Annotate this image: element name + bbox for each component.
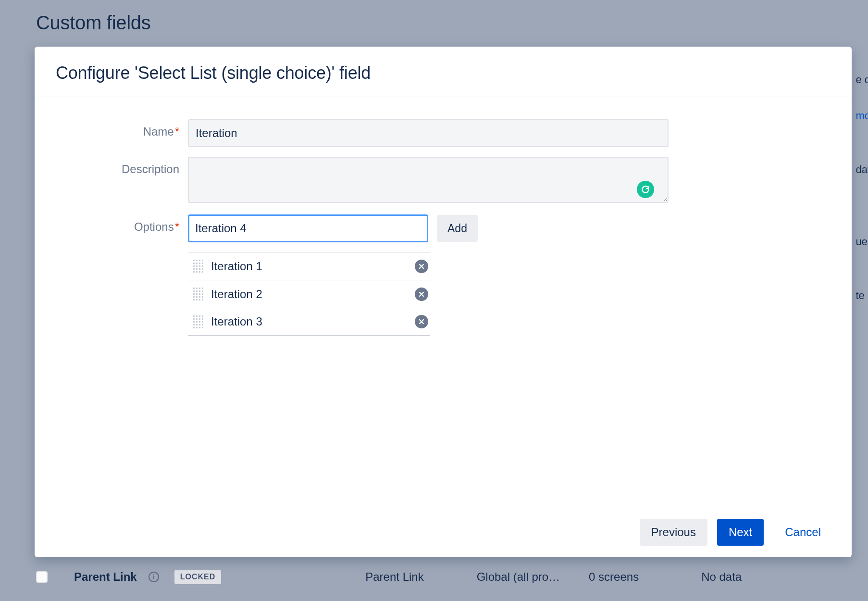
add-option-button[interactable]: Add bbox=[437, 215, 478, 242]
options-label: Options* bbox=[56, 214, 188, 234]
remove-option-button[interactable] bbox=[415, 288, 428, 301]
description-label: Description bbox=[56, 157, 188, 176]
page-title: Custom fields bbox=[36, 12, 868, 34]
info-icon[interactable]: i bbox=[149, 572, 159, 582]
name-input[interactable] bbox=[188, 119, 669, 147]
form-row-description: Description bbox=[56, 157, 831, 205]
label-text: Options bbox=[134, 220, 174, 233]
row-context: Global (all pro… bbox=[477, 570, 560, 584]
locked-badge: LOCKED bbox=[174, 570, 222, 584]
required-icon: * bbox=[175, 220, 179, 233]
remove-option-button[interactable] bbox=[415, 260, 428, 273]
modal-body: Name* Description bbox=[35, 97, 852, 509]
table-row: Parent Link i LOCKED Parent Link Global … bbox=[36, 565, 868, 589]
row-screens[interactable]: 0 screens bbox=[589, 570, 639, 584]
bg-link[interactable]: mor bbox=[856, 110, 868, 122]
required-icon: * bbox=[175, 125, 179, 138]
bg-text: date bbox=[856, 163, 868, 175]
row-name[interactable]: Parent Link bbox=[74, 570, 137, 584]
name-label: Name* bbox=[56, 119, 188, 138]
configure-field-modal: Configure 'Select List (single choice)' … bbox=[35, 47, 852, 557]
modal-footer: Previous Next Cancel bbox=[35, 509, 852, 557]
drag-handle-icon[interactable] bbox=[192, 287, 204, 301]
option-item: Iteration 2 bbox=[188, 280, 430, 308]
option-label: Iteration 1 bbox=[211, 260, 415, 273]
options-list: Iteration 1Iteration 2Iteration 3 bbox=[188, 252, 430, 336]
description-textarea[interactable] bbox=[188, 157, 669, 203]
option-label: Iteration 2 bbox=[211, 288, 415, 301]
row-checkbox[interactable] bbox=[36, 571, 48, 583]
form-row-name: Name* bbox=[56, 119, 831, 147]
next-button[interactable]: Next bbox=[717, 519, 764, 546]
bg-text: ues: bbox=[856, 236, 868, 248]
drag-handle-icon[interactable] bbox=[192, 314, 204, 329]
remove-option-button[interactable] bbox=[415, 315, 428, 328]
option-item: Iteration 3 bbox=[188, 308, 430, 336]
label-text: Description bbox=[122, 163, 179, 175]
option-item: Iteration 1 bbox=[188, 252, 430, 280]
drag-handle-icon[interactable] bbox=[192, 259, 204, 274]
label-text: Name bbox=[143, 125, 174, 138]
cancel-button[interactable]: Cancel bbox=[773, 519, 832, 546]
modal-title: Configure 'Select List (single choice)' … bbox=[56, 63, 831, 83]
row-type: Parent Link bbox=[365, 570, 423, 584]
form-row-options: Options* Add Iteration 1Iteration 2Itera… bbox=[56, 214, 831, 336]
bg-text: te bbox=[856, 289, 864, 301]
option-label: Iteration 3 bbox=[211, 315, 415, 328]
previous-button[interactable]: Previous bbox=[640, 519, 707, 546]
bg-text: e diff bbox=[856, 74, 868, 86]
modal-header: Configure 'Select List (single choice)' … bbox=[35, 47, 852, 97]
row-data: No data bbox=[701, 570, 742, 584]
option-input[interactable] bbox=[188, 214, 428, 242]
